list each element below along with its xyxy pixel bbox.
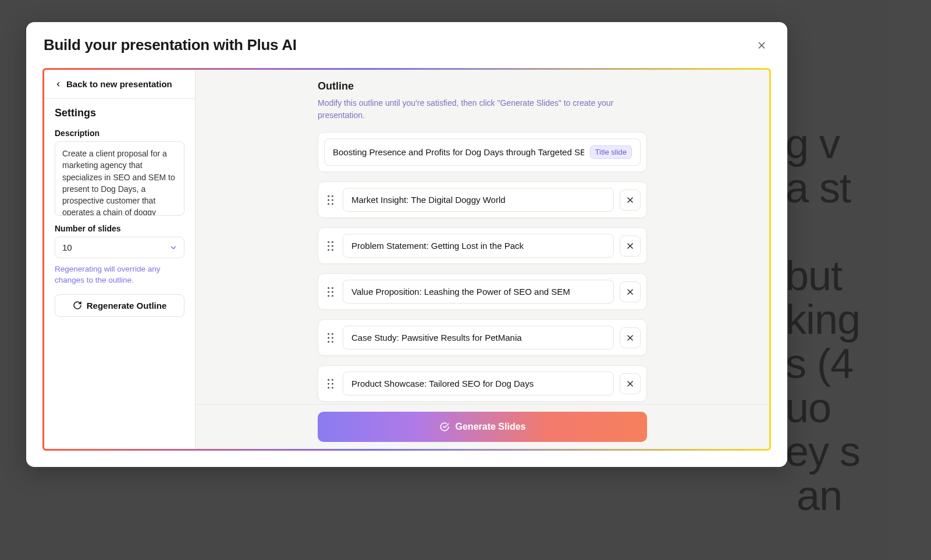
plus-ai-modal: Build your presentation with Plus AI Bac… bbox=[26, 22, 787, 467]
drag-handle-icon[interactable] bbox=[324, 195, 337, 205]
generate-slides-button[interactable]: Generate Slides bbox=[318, 412, 647, 442]
slide-title-input[interactable] bbox=[351, 241, 605, 251]
title-slide-card: Title slide bbox=[318, 132, 647, 172]
outline-panel: Outline Modify this outline until you're… bbox=[196, 70, 769, 449]
svg-point-29 bbox=[332, 337, 333, 338]
delete-slide-button[interactable] bbox=[620, 190, 641, 211]
modal-body: Back to new presentation Settings Descri… bbox=[44, 70, 769, 449]
slide-title-field[interactable] bbox=[343, 188, 614, 212]
slide-title-field[interactable] bbox=[343, 280, 614, 304]
svg-point-22 bbox=[328, 295, 329, 297]
slide-title-input[interactable] bbox=[351, 333, 605, 343]
svg-point-39 bbox=[332, 387, 333, 388]
close-icon bbox=[626, 242, 634, 250]
chevron-left-icon bbox=[55, 81, 62, 88]
svg-point-21 bbox=[332, 291, 333, 293]
svg-point-2 bbox=[328, 195, 329, 197]
svg-point-6 bbox=[328, 203, 329, 205]
close-icon bbox=[626, 334, 634, 342]
close-button[interactable] bbox=[754, 37, 770, 53]
svg-point-27 bbox=[332, 333, 333, 334]
svg-point-28 bbox=[328, 337, 329, 338]
svg-point-30 bbox=[328, 341, 329, 343]
svg-point-34 bbox=[328, 379, 329, 380]
slide-row bbox=[318, 365, 647, 402]
slide-title-field[interactable] bbox=[343, 234, 614, 258]
svg-point-35 bbox=[332, 379, 333, 380]
description-input[interactable] bbox=[55, 141, 184, 216]
sidebar-top: Back to new presentation bbox=[44, 70, 195, 99]
slide-row bbox=[318, 227, 647, 264]
svg-point-26 bbox=[328, 333, 329, 334]
slide-title-input[interactable] bbox=[351, 379, 605, 388]
settings-sidebar: Back to new presentation Settings Descri… bbox=[44, 70, 196, 449]
regenerate-outline-button[interactable]: Regenerate Outline bbox=[55, 294, 184, 317]
title-slide-badge: Title slide bbox=[590, 145, 632, 159]
svg-point-3 bbox=[332, 195, 333, 197]
slide-title-input[interactable] bbox=[351, 287, 605, 297]
slide-row bbox=[318, 273, 647, 310]
svg-point-36 bbox=[328, 383, 329, 384]
svg-point-37 bbox=[332, 383, 333, 384]
settings-heading: Settings bbox=[55, 107, 184, 119]
close-icon bbox=[626, 288, 634, 296]
slide-row bbox=[318, 181, 647, 218]
generate-slides-label: Generate Slides bbox=[456, 422, 526, 432]
drag-handle-icon[interactable] bbox=[324, 241, 337, 251]
gradient-border: Back to new presentation Settings Descri… bbox=[42, 68, 771, 451]
svg-point-4 bbox=[328, 199, 329, 201]
drag-handle-icon[interactable] bbox=[324, 333, 337, 343]
delete-slide-button[interactable] bbox=[620, 281, 641, 302]
title-slide-input[interactable] bbox=[333, 147, 584, 157]
modal-header: Build your presentation with Plus AI bbox=[26, 22, 787, 61]
svg-point-7 bbox=[332, 203, 333, 205]
slides-count-select[interactable]: 10 bbox=[55, 237, 184, 258]
svg-point-19 bbox=[332, 287, 333, 288]
drag-handle-icon[interactable] bbox=[324, 287, 337, 297]
svg-point-11 bbox=[332, 241, 333, 242]
slide-title-field[interactable] bbox=[343, 372, 614, 395]
svg-point-12 bbox=[328, 245, 329, 247]
description-label: Description bbox=[55, 129, 184, 138]
regenerate-hint: Regenerating will override any changes t… bbox=[55, 264, 184, 286]
close-icon bbox=[626, 380, 634, 388]
outline-heading: Outline bbox=[318, 80, 647, 92]
slide-row bbox=[318, 319, 647, 356]
sidebar-body: Settings Description Number of slides 10… bbox=[44, 99, 195, 329]
slide-title-field[interactable] bbox=[343, 326, 614, 349]
slide-title-input[interactable] bbox=[351, 195, 605, 205]
svg-point-15 bbox=[332, 249, 333, 251]
outline-scroll[interactable]: Outline Modify this outline until you're… bbox=[196, 70, 769, 404]
svg-point-10 bbox=[328, 241, 329, 242]
back-link-label: Back to new presentation bbox=[66, 79, 172, 89]
svg-point-5 bbox=[332, 199, 333, 201]
title-slide-field[interactable]: Title slide bbox=[324, 138, 641, 166]
svg-point-13 bbox=[332, 245, 333, 247]
close-icon bbox=[626, 196, 634, 204]
svg-point-31 bbox=[332, 341, 333, 343]
check-circle-icon bbox=[439, 422, 450, 432]
modal-title: Build your presentation with Plus AI bbox=[44, 36, 297, 54]
delete-slide-button[interactable] bbox=[620, 236, 641, 256]
svg-point-18 bbox=[328, 287, 329, 288]
refresh-icon bbox=[73, 301, 82, 310]
drag-handle-icon[interactable] bbox=[324, 379, 337, 389]
svg-point-14 bbox=[328, 249, 329, 251]
regenerate-outline-label: Regenerate Outline bbox=[87, 301, 167, 311]
delete-slide-button[interactable] bbox=[620, 373, 641, 394]
svg-point-20 bbox=[328, 291, 329, 293]
svg-point-38 bbox=[328, 387, 329, 388]
delete-slide-button[interactable] bbox=[620, 327, 641, 348]
slides-count-label: Number of slides bbox=[55, 224, 184, 233]
footer-bar: Generate Slides bbox=[196, 404, 769, 449]
svg-point-23 bbox=[332, 295, 333, 297]
outline-subheading: Modify this outline until you're satisfi… bbox=[318, 97, 632, 122]
back-link[interactable]: Back to new presentation bbox=[44, 70, 195, 98]
close-icon bbox=[757, 41, 766, 50]
